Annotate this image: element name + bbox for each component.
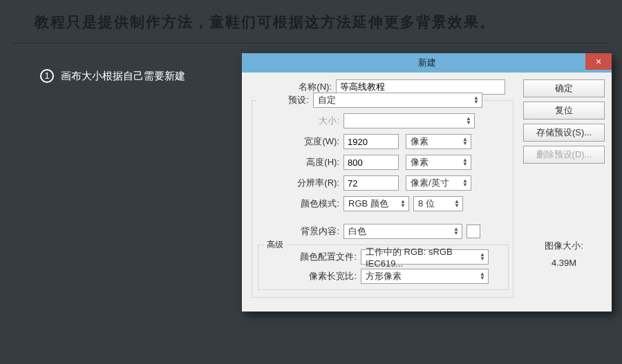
pixel-aspect-label: 像素长宽比: <box>258 270 361 282</box>
bg-content-label: 背景内容: <box>256 225 343 238</box>
chevron-updown-icon: ▲▼ <box>480 253 485 261</box>
ok-button[interactable]: 确定 <box>523 79 605 97</box>
resolution-label: 分辨率(R): <box>256 177 343 189</box>
size-select: ▲▼ <box>343 113 475 128</box>
chevron-updown-icon: ▲▼ <box>462 179 468 187</box>
width-label: 宽度(W): <box>256 135 343 148</box>
color-profile-select[interactable]: 工作中的 RGB: sRGB IEC619... ▲▼ <box>361 249 489 265</box>
bg-color-swatch[interactable] <box>466 224 480 238</box>
preset-group: 预设: 自定 ▲▼ 大小: ▲▼ <box>252 100 513 298</box>
pixel-aspect-select[interactable]: 方形像素 ▲▼ <box>361 269 489 284</box>
advanced-label: 高级 <box>264 239 286 251</box>
chevron-updown-icon: ▲▼ <box>462 137 468 146</box>
delete-preset-button: 删除预设(D)... <box>523 146 605 164</box>
new-document-dialog: 新建 × 名称(N): 预设: 自定 ▲▼ <box>242 53 612 312</box>
color-mode-label: 颜色模式: <box>256 198 343 210</box>
chevron-updown-icon: ▲▼ <box>453 227 459 236</box>
bit-depth-value: 8 位 <box>418 198 435 210</box>
preset-label: 预设: <box>256 94 313 106</box>
bit-depth-select[interactable]: 8 位 ▲▼ <box>413 196 463 211</box>
height-input[interactable] <box>343 155 399 170</box>
chevron-updown-icon: ▲▼ <box>473 96 479 104</box>
bg-content-select[interactable]: 白色 ▲▼ <box>343 224 462 239</box>
step-text: 画布大小根据自己需要新建 <box>61 70 185 83</box>
width-unit-value: 像素 <box>411 135 428 148</box>
color-mode-select[interactable]: RGB 颜色 ▲▼ <box>343 196 409 211</box>
dialog-title: 新建 <box>242 57 612 69</box>
height-unit-select[interactable]: 像素 ▲▼ <box>406 155 471 170</box>
resolution-unit-select[interactable]: 像素/英寸 ▲▼ <box>406 175 471 191</box>
preset-value: 自定 <box>318 94 336 106</box>
height-unit-value: 像素 <box>411 156 428 169</box>
chevron-updown-icon: ▲▼ <box>466 117 471 125</box>
chevron-updown-icon: ▲▼ <box>454 200 460 208</box>
dialog-titlebar[interactable]: 新建 × <box>242 53 612 73</box>
close-button[interactable]: × <box>585 53 612 70</box>
width-unit-select[interactable]: 像素 ▲▼ <box>406 134 471 149</box>
chevron-updown-icon: ▲▼ <box>400 200 406 208</box>
height-label: 高度(H): <box>256 156 343 169</box>
divider <box>12 43 610 44</box>
resolution-input[interactable] <box>343 175 399 191</box>
chevron-updown-icon: ▲▼ <box>462 158 468 166</box>
image-size-label: 图像大小: <box>523 240 605 252</box>
pixel-aspect-value: 方形像素 <box>366 270 402 282</box>
reset-button[interactable]: 复位 <box>523 102 605 119</box>
preset-select[interactable]: 自定 ▲▼ <box>313 93 482 108</box>
tutorial-header: 教程只是提供制作方法，童鞋们可根据这方法延伸更多背景效果。 <box>0 0 622 43</box>
save-preset-button[interactable]: 存储预设(S)... <box>523 124 605 142</box>
color-profile-label: 颜色配置文件: <box>258 251 361 263</box>
color-mode-value: RGB 颜色 <box>348 198 388 210</box>
color-profile-value: 工作中的 RGB: sRGB IEC619... <box>366 246 480 269</box>
width-input[interactable] <box>343 134 399 149</box>
chevron-updown-icon: ▲▼ <box>480 272 485 280</box>
name-label: 名称(N): <box>249 81 336 93</box>
close-icon: × <box>596 56 601 67</box>
tutorial-step: 1 画布大小根据自己需要新建 <box>0 53 242 312</box>
advanced-group: 高级 颜色配置文件: 工作中的 RGB: sRGB IEC619... ▲▼ 像… <box>258 245 509 290</box>
size-label: 大小: <box>256 115 343 127</box>
bg-content-value: 白色 <box>348 225 366 238</box>
resolution-unit-value: 像素/英寸 <box>411 177 449 189</box>
step-number-badge: 1 <box>40 69 54 83</box>
image-size-value: 4.39M <box>523 258 605 268</box>
